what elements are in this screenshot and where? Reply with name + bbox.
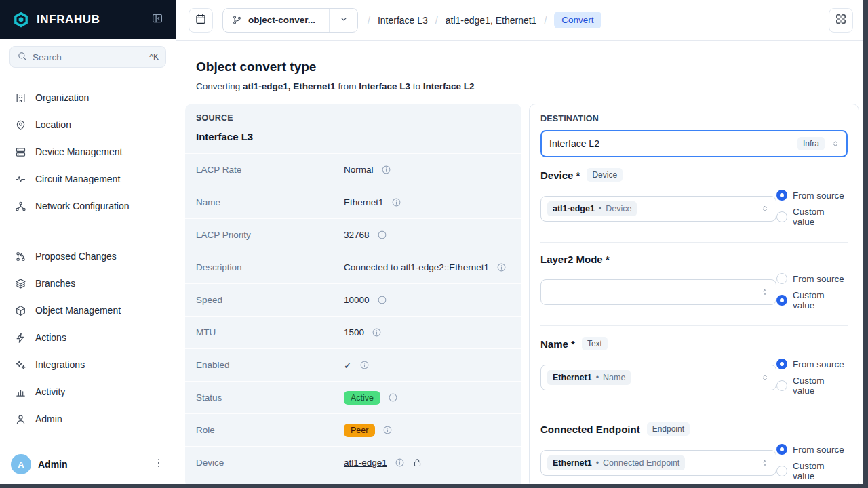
proposed-changes-icon (15, 251, 26, 262)
sidebar-item-label: Branches (35, 278, 75, 289)
breadcrumb-separator: / (435, 15, 438, 26)
destination-fields: Device *Deviceatl1-edge1•DeviceFrom sour… (540, 157, 848, 488)
sidebar-item-actions[interactable]: Actions (7, 324, 169, 351)
required-asterisk: * (571, 338, 575, 350)
radio-from-source[interactable]: From source (776, 444, 848, 455)
sidebar-item-label: Location (35, 119, 71, 130)
horizontal-scrollbar[interactable] (0, 484, 868, 488)
sidebar-item-circuit-management[interactable]: Circuit Management (7, 165, 169, 192)
sidebar-item-label: Object Management (35, 305, 121, 316)
value-select[interactable]: Ethernet1•Name (540, 365, 776, 390)
breadcrumb: /Interface L3/atl1-edge1, Ethernet1/Conv… (368, 12, 601, 28)
info-icon[interactable] (381, 165, 391, 175)
info-icon[interactable] (377, 230, 387, 240)
kind-badge: Device (587, 168, 623, 182)
calendar-icon (195, 13, 207, 27)
kebab-menu-icon[interactable] (153, 457, 165, 472)
breadcrumb-separator: / (544, 15, 547, 26)
branch-selector-value: object-conver... (223, 9, 329, 32)
search-input[interactable]: Search ^K (9, 46, 166, 68)
destination-kind-select[interactable]: Interface L2 Infra (540, 130, 848, 157)
radio-custom-value[interactable]: Custom value (776, 375, 848, 396)
sidebar-item-admin[interactable]: Admin (7, 405, 169, 432)
source-row: LACP Priority32768 (185, 219, 521, 251)
branch-selector-caret[interactable] (329, 9, 357, 32)
breadcrumb-item[interactable]: atl1-edge1, Ethernet1 (446, 15, 537, 26)
radio-label: Custom value (793, 207, 848, 227)
sidebar-item-label: Circuit Management (35, 174, 120, 184)
attribute-value: 10000 (344, 295, 370, 305)
sidebar-item-network-configuration[interactable]: Network Configuration (7, 192, 169, 220)
info-icon[interactable] (377, 295, 387, 305)
brand[interactable]: INFRAHUB (12, 11, 100, 28)
branch-selector[interactable]: object-conver... (222, 8, 358, 33)
branch-icon (232, 15, 242, 25)
attribute-label: Name (196, 197, 344, 207)
info-icon[interactable] (382, 425, 393, 435)
value-select[interactable] (540, 279, 776, 305)
kind-badge: Text (582, 337, 608, 350)
info-icon[interactable] (372, 327, 382, 338)
admin-icon (15, 413, 26, 425)
device-link[interactable]: atl1-edge1 (344, 458, 387, 468)
sidebar-item-proposed-changes[interactable]: Proposed Changes (7, 243, 169, 270)
radio-custom-value[interactable]: Custom value (776, 290, 848, 310)
field-label: Layer2 Mode * (540, 253, 610, 265)
radio-from-source[interactable]: From source (776, 359, 848, 369)
attribute-label: Role (196, 425, 344, 435)
value-select[interactable]: Ethernet1•Connected Endpoint (540, 450, 776, 476)
info-icon[interactable] (391, 197, 401, 207)
subtitle-text: to (413, 81, 420, 92)
attribute-label: LACP Priority (196, 230, 344, 240)
radio-custom-value[interactable]: Custom value (776, 207, 848, 227)
subtitle-text: from (338, 81, 356, 92)
sidebar-item-location[interactable]: Location (7, 111, 169, 138)
time-travel-button[interactable] (189, 8, 213, 33)
sidebar-group: Proposed ChangesBranchesObject Managemen… (7, 243, 169, 432)
search-icon (17, 51, 27, 63)
source-row: MTU1500 (185, 317, 521, 349)
sidebar: INFRAHUB Search ^K OrganizationLocationD… (0, 0, 176, 488)
required-asterisk: * (576, 169, 580, 181)
radio-from-source[interactable]: From source (776, 190, 848, 201)
radio-label: Custom value (793, 461, 848, 481)
info-icon[interactable] (496, 262, 507, 272)
breadcrumb-active[interactable]: Convert (554, 12, 601, 28)
attribute-label: MTU (196, 327, 344, 338)
device-management-icon (15, 146, 26, 158)
stepper-icon (760, 373, 770, 382)
value-select[interactable]: atl1-edge1•Device (540, 196, 776, 222)
attribute-value: 32768 (344, 230, 370, 240)
attribute-label: Status (196, 392, 344, 403)
sidebar-header: INFRAHUB (0, 0, 176, 39)
sidebar-item-label: Organization (35, 92, 89, 103)
network-configuration-icon (15, 201, 26, 212)
subtitle-to-kind: Interface L2 (423, 81, 475, 92)
info-icon[interactable] (395, 458, 405, 468)
value-separator: • (599, 204, 601, 214)
sidebar-item-device-management[interactable]: Device Management (7, 138, 169, 165)
breadcrumb-item[interactable]: Interface L3 (378, 15, 428, 26)
apps-button[interactable] (829, 8, 853, 33)
user-menu[interactable]: A Admin (0, 443, 176, 488)
radio-from-source[interactable]: From source (776, 273, 848, 284)
info-icon[interactable] (388, 392, 398, 403)
vertical-scrollbar[interactable] (863, 0, 868, 488)
radio-label: From source (793, 359, 844, 369)
attribute-value: Normal (344, 165, 374, 175)
radio-group: From sourceCustom value (776, 190, 848, 227)
sidebar-item-branches[interactable]: Branches (7, 270, 169, 297)
sidebar-item-label: Integrations (35, 359, 85, 370)
page-title: Object convert type (196, 60, 848, 75)
sidebar-collapse-icon[interactable] (151, 12, 163, 27)
sidebar-item-integrations[interactable]: Integrations (7, 351, 169, 378)
sidebar-item-object-management[interactable]: Object Management (7, 297, 169, 324)
radio-custom-value[interactable]: Custom value (776, 461, 848, 481)
object-management-icon (15, 305, 26, 317)
stepper-icon (831, 139, 840, 148)
sidebar-item-organization[interactable]: Organization (7, 84, 169, 111)
stepper-icon (760, 204, 770, 214)
sidebar-item-activity[interactable]: Activity (7, 378, 169, 405)
radio-label: Custom value (793, 290, 848, 310)
info-icon[interactable] (359, 360, 370, 370)
